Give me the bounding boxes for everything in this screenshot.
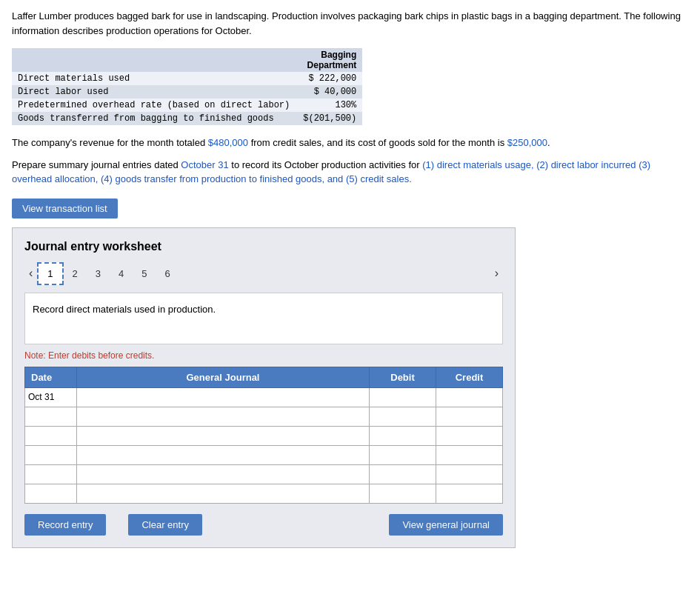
table-row [25, 464, 503, 484]
debit-input[interactable] [373, 409, 433, 424]
bottom-buttons: Record entry Clear entry View general jo… [24, 514, 503, 536]
table-row [25, 484, 503, 503]
journal-table: Date General Journal Debit Credit Oct 31 [24, 367, 503, 504]
cell-date [25, 445, 77, 464]
cell-debit[interactable] [370, 426, 436, 445]
view-general-journal-button[interactable]: View general journal [389, 514, 503, 536]
cell-general[interactable] [77, 464, 370, 484]
row-value: $(201,500) [296, 112, 362, 125]
credit-input[interactable] [439, 428, 499, 444]
row-label: Direct labor used [12, 85, 296, 99]
table-row: Direct labor used $ 40,000 [12, 85, 362, 99]
row-value: 130% [296, 99, 362, 112]
tab-3[interactable]: 3 [87, 264, 110, 284]
credit-input[interactable] [439, 447, 499, 463]
debit-input[interactable] [373, 447, 433, 463]
cell-general[interactable] [77, 426, 370, 445]
cell-general[interactable] [77, 445, 370, 464]
description-text: Record direct materials used in producti… [33, 304, 216, 315]
general-journal-input[interactable] [80, 486, 366, 501]
row-label: Predetermined overhead rate (based on di… [12, 99, 296, 112]
tabs-row: ‹ 1 2 3 4 5 6 › [24, 262, 503, 285]
general-journal-input[interactable] [80, 390, 366, 405]
next-tab-button[interactable]: › [490, 264, 503, 283]
col-header-date: Date [25, 367, 77, 387]
cell-debit[interactable] [370, 464, 436, 484]
cell-credit[interactable] [436, 484, 503, 503]
cell-date: Oct 31 [25, 387, 77, 407]
prev-tab-button[interactable]: ‹ [24, 264, 37, 283]
table-row: Oct 31 [25, 387, 503, 407]
tab-1[interactable]: 1 [37, 262, 63, 285]
production-data-table: BaggingDepartment Direct materials used … [12, 48, 362, 125]
cell-general[interactable] [77, 484, 370, 503]
revenue-paragraph: The company's revenue for the month tota… [12, 136, 688, 150]
intro-paragraph: Laffer Lumber produces bagged bark for u… [12, 9, 688, 38]
note-text: Note: Enter debits before credits. [24, 350, 503, 361]
description-box: Record direct materials used in producti… [24, 293, 503, 344]
record-entry-button[interactable]: Record entry [24, 514, 106, 536]
debit-input[interactable] [373, 428, 433, 444]
cell-general[interactable] [77, 387, 370, 407]
tab-2[interactable]: 2 [64, 264, 87, 284]
cell-debit[interactable] [370, 445, 436, 464]
row-value: $ 222,000 [296, 72, 362, 85]
cell-debit[interactable] [370, 484, 436, 503]
data-table-wrapper: BaggingDepartment Direct materials used … [12, 48, 688, 125]
worksheet-title: Journal entry worksheet [24, 240, 503, 253]
col-header-general: General Journal [77, 367, 370, 387]
cell-debit[interactable] [370, 407, 436, 426]
cell-debit[interactable] [370, 387, 436, 407]
credit-input[interactable] [439, 409, 499, 424]
credit-input[interactable] [439, 467, 499, 482]
tab-5[interactable]: 5 [133, 264, 156, 284]
table-row: Direct materials used $ 222,000 [12, 72, 362, 85]
table-row [25, 445, 503, 464]
credit-input[interactable] [439, 486, 499, 501]
general-journal-input[interactable] [80, 409, 366, 424]
debit-input[interactable] [373, 390, 433, 405]
general-journal-input[interactable] [80, 447, 366, 463]
cell-date [25, 464, 77, 484]
cell-credit[interactable] [436, 464, 503, 484]
cell-date [25, 407, 77, 426]
tab-4[interactable]: 4 [110, 264, 133, 284]
worksheet-container: Journal entry worksheet ‹ 1 2 3 4 5 6 › … [12, 227, 516, 548]
cell-credit[interactable] [436, 407, 503, 426]
debit-input[interactable] [373, 467, 433, 482]
general-journal-input[interactable] [80, 428, 366, 444]
debit-input[interactable] [373, 486, 433, 501]
row-label: Goods transferred from bagging to finish… [12, 112, 296, 125]
view-transaction-button[interactable]: View transaction list [12, 199, 118, 219]
credit-input[interactable] [439, 390, 499, 405]
table-row [25, 407, 503, 426]
cell-date [25, 426, 77, 445]
table-row [25, 426, 503, 445]
table-row: Goods transferred from bagging to finish… [12, 112, 362, 125]
col-header-credit: Credit [436, 367, 503, 387]
cell-credit[interactable] [436, 445, 503, 464]
row-value: $ 40,000 [296, 85, 362, 99]
cell-credit[interactable] [436, 426, 503, 445]
cell-general[interactable] [77, 407, 370, 426]
tab-6[interactable]: 6 [156, 264, 179, 284]
cell-date [25, 484, 77, 503]
prepare-paragraph: Prepare summary journal entries dated Oc… [12, 158, 688, 187]
cell-credit[interactable] [436, 387, 503, 407]
col-header-debit: Debit [370, 367, 436, 387]
row-label: Direct materials used [12, 72, 296, 85]
general-journal-input[interactable] [80, 467, 366, 482]
clear-entry-button[interactable]: Clear entry [128, 514, 202, 536]
table-row: Predetermined overhead rate (based on di… [12, 99, 362, 112]
